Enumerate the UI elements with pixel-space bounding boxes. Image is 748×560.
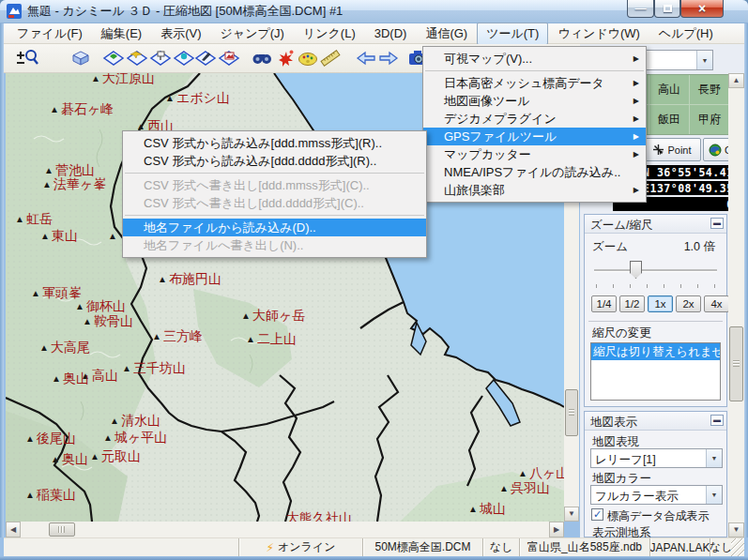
scale-button[interactable]: 2x <box>676 295 701 312</box>
point-button[interactable]: Point <box>643 138 701 161</box>
tools-menu-item[interactable]: 地図画像ツール ▶ <box>423 92 646 110</box>
scale-list-item-selected[interactable]: 縮尺は切り替えられません <box>591 343 720 360</box>
map-pen-icon[interactable] <box>194 47 217 69</box>
scale-button[interactable]: 1/2 <box>619 295 645 312</box>
paint-splash-icon[interactable] <box>274 47 297 69</box>
menubar-item[interactable]: 3D(D) <box>365 23 417 43</box>
mountain-marker-icon: ▲ <box>25 431 35 446</box>
tools-menu-item[interactable]: NMEA/IPSファイルの読み込み.. ▶ <box>423 163 646 181</box>
map-signpost-icon[interactable] <box>149 47 172 69</box>
submenu-item[interactable]: 地名ファイルから読み込み(D).. ▶ <box>123 219 426 236</box>
panel-scroll-thumb[interactable] <box>729 326 743 401</box>
tools-menu-item[interactable]: GPSファイルツール ▶ <box>423 128 646 145</box>
submenu-item[interactable]: CSV 形式へ書き出し[ddd.mmss形式](C).. ▶ <box>123 176 426 194</box>
map-index-cell[interactable]: 甲府 <box>690 105 729 134</box>
back-arrow-icon[interactable] <box>355 47 377 69</box>
map-mountain-label: ▲呉羽山 <box>499 481 550 495</box>
status-field5: なし <box>710 538 731 556</box>
panel-minimize-button[interactable]: ▬ <box>710 415 724 426</box>
mountain-marker-icon: ▲ <box>39 341 49 355</box>
panel-scrollbar[interactable]: ▲ ▼ <box>728 73 744 537</box>
resize-grip[interactable] <box>731 538 744 556</box>
tools-menu-item[interactable]: 山旅倶楽部 ▶ <box>423 181 646 199</box>
mountain-marker-icon: ▲ <box>158 272 167 286</box>
3d-view-icon[interactable] <box>69 47 92 69</box>
scroll-down-button[interactable]: ▼ <box>728 522 744 537</box>
submenu-item[interactable]: CSV 形式から読み込み[ddd.mmss形式](R).. ▶ <box>123 134 426 152</box>
map-index-cell[interactable]: 飯田 <box>649 105 689 134</box>
forward-arrow-icon[interactable] <box>377 47 400 69</box>
status-field2: なし <box>482 538 519 556</box>
elevation-overlay-checkbox[interactable]: ✓ <box>591 508 603 521</box>
mountain-marker-icon: ▲ <box>122 361 131 375</box>
zoom-scale-tool-icon[interactable] <box>16 47 44 69</box>
mountain-marker-icon: ▲ <box>31 286 40 300</box>
tools-menu-item[interactable]: 可視マップ(V)... ▶ <box>423 50 646 68</box>
mountain-marker-icon: ▲ <box>165 91 175 105</box>
map-index-cell[interactable]: 高山 <box>649 75 689 104</box>
status-map-file: 50M標高全国.DCM <box>362 538 482 556</box>
mountain-marker-icon: ▲ <box>15 212 24 226</box>
scroll-up-button[interactable]: ▲ <box>728 73 744 88</box>
ruler-icon[interactable] <box>319 47 345 69</box>
map-mountain-label: ▲虹岳 <box>15 212 53 226</box>
scroll-left-button[interactable]: ◀ <box>6 522 21 537</box>
close-button[interactable]: × <box>680 0 724 18</box>
map-mountain-label: ▲布施円山 <box>158 272 221 286</box>
map-terrain-icon[interactable] <box>102 47 125 69</box>
gps-globe-icon <box>709 144 722 157</box>
map-plane-icon[interactable] <box>126 47 148 69</box>
map-water-icon[interactable] <box>173 47 195 69</box>
map-mountain-label: ▲清水山 <box>110 414 160 428</box>
map-photo-icon[interactable] <box>218 47 240 69</box>
mountain-marker-icon: ▲ <box>152 329 161 343</box>
menubar-item[interactable]: ジャンプ(J) <box>211 23 294 45</box>
scale-button[interactable]: 1/4 <box>591 295 617 312</box>
submenu-arrow-icon: ▶ <box>634 110 639 128</box>
submenu-item[interactable]: CSV 形式へ書き出し[ddd.dddd形式](C).. ▶ <box>123 194 426 212</box>
map-color-dropdown[interactable]: フルカラー表示 ▼ <box>590 485 723 505</box>
tools-menu-item[interactable]: マップカッター ▶ <box>423 145 646 163</box>
vscroll-thumb[interactable] <box>565 389 578 436</box>
map-expression-dropdown[interactable]: レリーフ[1] ▼ <box>590 448 723 468</box>
panel-minimize-button[interactable]: ▬ <box>710 218 724 229</box>
menubar-item[interactable]: 通信(G) <box>416 23 477 45</box>
scale-button[interactable]: 1x <box>648 295 673 312</box>
mountain-marker-icon: ▲ <box>51 452 60 466</box>
map-mountain-label: ▲奥山 <box>51 452 88 466</box>
window-border-right <box>744 23 748 537</box>
binoculars-search-icon[interactable] <box>251 47 275 69</box>
menubar-item[interactable]: ヘルプ(H) <box>649 23 723 45</box>
tools-menu-item[interactable]: 日本高密メッシュ標高データ ▶ <box>423 74 646 92</box>
palette-icon[interactable] <box>297 47 319 69</box>
submenu-item[interactable]: CSV 形式から読み込み[ddd.dddd形式](R).. ▶ <box>123 152 426 170</box>
zoom-slider-track[interactable] <box>594 269 717 272</box>
map-mountain-label: ▲後尾山 <box>25 431 76 446</box>
mountain-marker-icon: ▲ <box>44 163 53 177</box>
mountain-marker-icon: ▲ <box>246 332 255 346</box>
map-index-cell[interactable]: 長野 <box>690 75 729 104</box>
maximize-button[interactable] <box>654 0 680 18</box>
map-horizontal-scrollbar[interactable]: ◀ ▶ <box>6 522 564 537</box>
scroll-right-button[interactable]: ▶ <box>549 522 564 537</box>
menubar-item[interactable]: リンク(L) <box>294 23 365 45</box>
tools-menu-item[interactable]: デジカメプラグイン ▶ <box>423 110 646 128</box>
scale-button[interactable]: 4x <box>704 295 729 312</box>
menubar-item[interactable]: 編集(E) <box>92 23 151 45</box>
menubar-item[interactable]: ファイル(F) <box>8 23 92 45</box>
mountain-marker-icon: ▲ <box>75 299 84 313</box>
submenu-item[interactable]: 地名ファイルへ書き出し(N).. ▶ <box>123 236 426 254</box>
map-mountain-label: ▲元取山 <box>90 449 141 463</box>
map-mountain-label: ▲三千坊山 <box>122 361 186 375</box>
map-mountain-label: ▲エボシ山 <box>165 91 230 105</box>
minimize-button[interactable]: — <box>627 0 654 18</box>
zoom-slider-thumb[interactable] <box>630 261 642 279</box>
map-mountain-label: ▲大高尾 <box>39 341 90 355</box>
hscroll-thumb[interactable] <box>49 522 75 537</box>
map-display-panel: 地図表示 ▬ 地図表現 レリーフ[1] ▼ 地図カラー フルカラー表示 ▼ ✓ … <box>584 411 727 537</box>
point-cursor-icon <box>652 144 664 156</box>
menubar-item[interactable]: 表示(V) <box>151 23 210 45</box>
menubar-item[interactable]: ツール(T) <box>477 23 548 45</box>
menubar-item[interactable]: ウィンドウ(W) <box>548 23 649 45</box>
scroll-down-button[interactable]: ▼ <box>564 507 579 522</box>
